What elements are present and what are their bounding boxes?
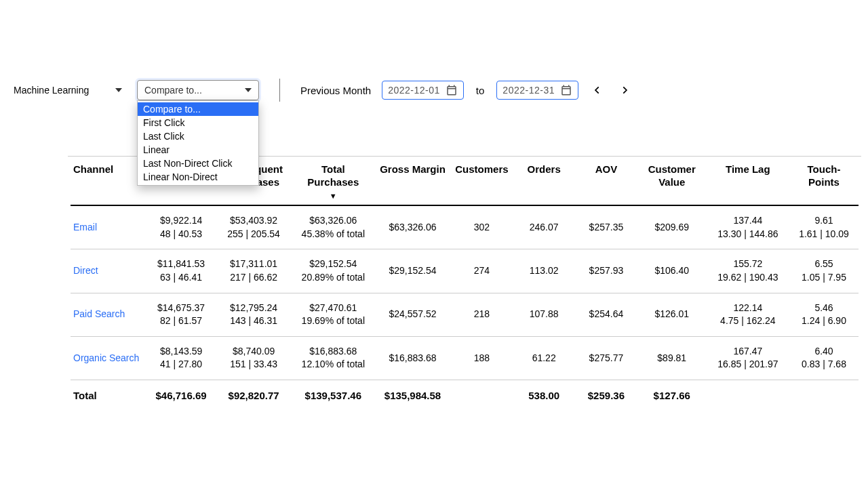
previous-month-label: Previous Month — [300, 85, 371, 96]
total-label: Total — [71, 380, 146, 411]
total-customers — [451, 380, 513, 411]
cell-customers: 274 — [451, 249, 513, 293]
cell-tot: $27,470.6119.69% of total — [292, 293, 374, 336]
next-period-button[interactable] — [616, 82, 633, 98]
total-tp — [789, 380, 859, 411]
cell-customers: 218 — [451, 293, 513, 336]
compare-select[interactable]: Compare to... — [137, 80, 259, 100]
total-tl — [707, 380, 789, 411]
total-sub: $92,820.77 — [216, 380, 292, 411]
total-aov: $259.36 — [575, 380, 637, 411]
cell-tl: 155.7219.62 | 190.43 — [707, 249, 789, 293]
cell-gross: $16,883.68 — [374, 336, 450, 380]
cell-sub: $17,311.01217 | 66.62 — [216, 249, 292, 293]
chevron-down-icon — [115, 88, 122, 92]
compare-option[interactable]: Linear — [138, 143, 258, 157]
cell-aov: $254.64 — [575, 293, 637, 336]
cell-tot: $63,326.0645.38% of total — [292, 205, 374, 249]
total-tot: $139,537.46 — [292, 380, 374, 411]
col-channel[interactable]: Channel — [71, 157, 146, 205]
cell-sub: $12,795.24143 | 46.31 — [216, 293, 292, 336]
cell-aov: $257.35 — [575, 205, 637, 249]
sort-descending-icon: ▼ — [294, 192, 372, 201]
compare-option[interactable]: Last Click — [138, 129, 258, 143]
col-total-label: Total Purchases — [307, 163, 359, 188]
cell-tl: 137.4413.30 | 144.86 — [707, 205, 789, 249]
table-row: Direct$11,841.5363 | 46.41$17,311.01217 … — [71, 249, 859, 293]
total-orders: 538.00 — [513, 380, 575, 411]
cell-tp: 9.611.61 | 10.09 — [789, 205, 859, 249]
cell-first: $9,922.1448 | 40.53 — [146, 205, 216, 249]
cell-sub: $53,403.92255 | 205.54 — [216, 205, 292, 249]
date-to-picker[interactable]: 2022-12-31 — [496, 81, 578, 100]
cell-orders: 246.07 — [513, 205, 575, 249]
channel-link[interactable]: Paid Search — [71, 293, 146, 336]
cell-tp: 5.461.24 | 6.90 — [789, 293, 859, 336]
cell-orders: 61.22 — [513, 336, 575, 380]
cell-tp: 6.400.83 | 7.68 — [789, 336, 859, 380]
compare-dropdown-menu: Compare to... First Click Last Click Lin… — [137, 100, 259, 186]
cell-gross: $29,152.54 — [374, 249, 450, 293]
total-cv: $127.66 — [637, 380, 707, 411]
cell-aov: $257.93 — [575, 249, 637, 293]
date-to-value: 2022-12-31 — [502, 85, 555, 96]
cell-cv: $106.40 — [637, 249, 707, 293]
cell-first: $8,143.5941 | 27.80 — [146, 336, 216, 380]
cell-tot: $16,883.6812.10% of total — [292, 336, 374, 380]
cell-aov: $275.77 — [575, 336, 637, 380]
col-total-purchases[interactable]: Total Purchases ▼ — [292, 157, 374, 205]
col-customers[interactable]: Customers — [451, 157, 513, 205]
cell-first: $11,841.5363 | 46.41 — [146, 249, 216, 293]
channel-link[interactable]: Direct — [71, 249, 146, 293]
model-select[interactable]: Machine Learning — [7, 81, 129, 100]
attribution-table: Channel First Purchases Subsequent Purch… — [71, 157, 859, 411]
cell-tp: 6.551.05 | 7.95 — [789, 249, 859, 293]
col-touch-points[interactable]: Touch-Points — [789, 157, 859, 205]
cell-orders: 113.02 — [513, 249, 575, 293]
col-orders[interactable]: Orders — [513, 157, 575, 205]
cell-first: $14,675.3782 | 61.57 — [146, 293, 216, 336]
channel-link[interactable]: Organic Search — [71, 336, 146, 380]
date-from-value: 2022-12-01 — [388, 85, 440, 96]
total-gross: $135,984.58 — [374, 380, 450, 411]
calendar-icon — [560, 84, 572, 96]
compare-option[interactable]: Linear Non-Direct — [138, 170, 258, 184]
model-select-label: Machine Learning — [14, 85, 115, 96]
table-row: Email$9,922.1448 | 40.53$53,403.92255 | … — [71, 205, 859, 249]
date-from-picker[interactable]: 2022-12-01 — [382, 81, 464, 100]
vertical-separator — [279, 79, 280, 102]
compare-option[interactable]: First Click — [138, 116, 258, 129]
chevron-down-icon — [245, 88, 252, 92]
compare-option[interactable]: Compare to... — [138, 102, 258, 116]
cell-cv: $89.81 — [637, 336, 707, 380]
col-customer-value[interactable]: Customer Value — [637, 157, 707, 205]
total-row: Total $46,716.69 $92,820.77 $139,537.46 … — [71, 380, 859, 411]
cell-gross: $63,326.06 — [374, 205, 450, 249]
col-gross-margin[interactable]: Gross Margin — [374, 157, 450, 205]
calendar-icon — [446, 84, 458, 96]
table-row: Organic Search$8,143.5941 | 27.80$8,740.… — [71, 336, 859, 380]
cell-sub: $8,740.09151 | 33.43 — [216, 336, 292, 380]
col-time-lag[interactable]: Time Lag — [707, 157, 789, 205]
cell-tot: $29,152.5420.89% of total — [292, 249, 374, 293]
table-row: Paid Search$14,675.3782 | 61.57$12,795.2… — [71, 293, 859, 336]
total-first: $46,716.69 — [146, 380, 216, 411]
cell-tl: 122.144.75 | 162.24 — [707, 293, 789, 336]
to-label: to — [476, 85, 485, 96]
cell-cv: $209.69 — [637, 205, 707, 249]
cell-cv: $126.01 — [637, 293, 707, 336]
compare-option[interactable]: Last Non-Direct Click — [138, 157, 258, 170]
cell-tl: 167.4716.85 | 201.97 — [707, 336, 789, 380]
channel-link[interactable]: Email — [71, 205, 146, 249]
cell-customers: 188 — [451, 336, 513, 380]
cell-customers: 302 — [451, 205, 513, 249]
cell-orders: 107.88 — [513, 293, 575, 336]
cell-gross: $24,557.52 — [374, 293, 450, 336]
compare-select-label: Compare to... — [144, 85, 245, 96]
col-aov[interactable]: AOV — [575, 157, 637, 205]
prev-period-button[interactable] — [589, 82, 606, 98]
